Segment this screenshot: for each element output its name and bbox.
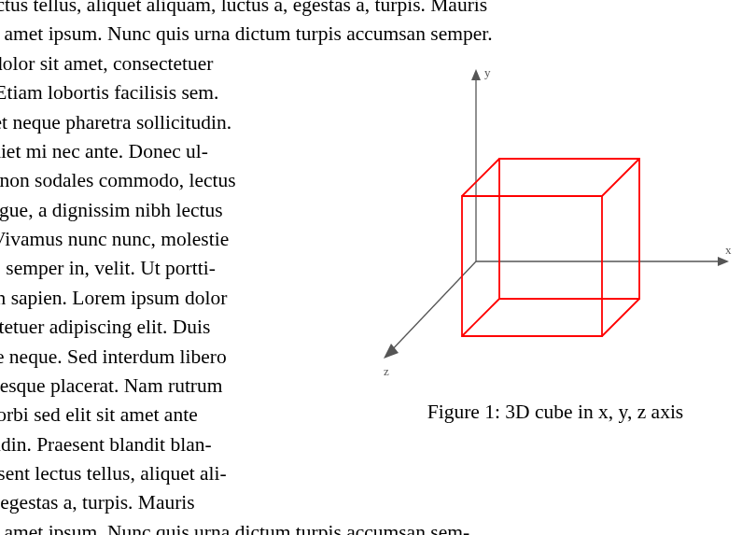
text-line: ctus a, egestas a, turpis. Mauris bbox=[0, 488, 331, 517]
text-line: ices augue, a dignissim nibh lectus bbox=[0, 196, 331, 225]
text-line: psum dolor sit amet, consectetuer bbox=[0, 49, 331, 78]
body-text: sent lectus tellus, aliquet aliquam, luc… bbox=[0, 0, 709, 535]
text-line: rem sit amet ipsum. Nunc quis urna dictu… bbox=[0, 20, 709, 49]
text-line: ec mi et neque pharetra sollicitudin. bbox=[0, 108, 331, 137]
text-line: g elit. Etiam lobortis facilisis sem. bbox=[0, 78, 331, 107]
text-line: leo. Morbi sed elit sit amet ante bbox=[0, 401, 331, 429]
text-line: esent in sapien. Lorem ipsum dolor bbox=[0, 284, 331, 313]
x-axis-label: x bbox=[725, 243, 732, 257]
text-line: r, felis non sodales commodo, lectus bbox=[0, 166, 331, 195]
text-line: Pellentesque placerat. Nam rutrum bbox=[0, 372, 331, 401]
text-line: ristique neque. Sed interdum libero bbox=[0, 343, 331, 372]
x-axis-arrow bbox=[718, 257, 729, 266]
text-line: rem sit amet ipsum. Nunc quis urna dictu… bbox=[0, 518, 709, 535]
text-line: consectetuer adipiscing elit. Duis bbox=[0, 313, 331, 342]
text-line: pede. Vivamus nunc nunc, molestie bbox=[0, 225, 331, 254]
text-line: s. Praesent lectus tellus, aliquet ali- bbox=[0, 459, 331, 488]
text-line: ies vel, semper in, velit. Ut portti- bbox=[0, 254, 331, 283]
text-line: imperdiet mi nec ante. Donec ul- bbox=[0, 137, 331, 166]
page: y x z Figure 1: 3D cube in x, y, z axis … bbox=[0, 0, 756, 535]
text-line: sent lectus tellus, aliquet aliquam, luc… bbox=[0, 0, 709, 20]
text-line: ollicitudin. Praesent blandit blan- bbox=[0, 430, 331, 459]
